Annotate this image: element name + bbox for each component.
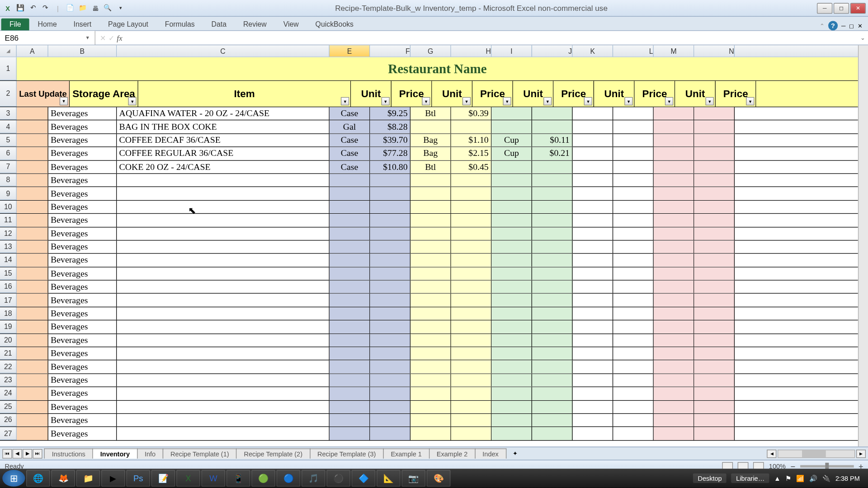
cell[interactable] xyxy=(117,361,330,373)
tray-clock[interactable]: 2:38 PM xyxy=(835,474,860,482)
cell[interactable] xyxy=(654,267,694,280)
cell[interactable] xyxy=(694,320,735,333)
cell[interactable] xyxy=(613,134,654,146)
cell[interactable]: $8.28 xyxy=(370,121,410,133)
cell[interactable]: Beverages xyxy=(48,294,117,306)
cell[interactable] xyxy=(573,121,613,133)
col-head-E[interactable]: E xyxy=(330,45,370,56)
sheet-tab-example-2[interactable]: Example 2 xyxy=(429,448,476,458)
col-head-A[interactable]: A xyxy=(17,45,48,56)
cell[interactable] xyxy=(654,320,694,333)
cell[interactable] xyxy=(491,414,532,427)
cell[interactable]: Beverages xyxy=(48,414,117,427)
cell[interactable] xyxy=(694,147,735,160)
ribbon-tab-view[interactable]: View xyxy=(275,19,307,30)
cell[interactable] xyxy=(17,294,48,306)
ribbon-collapse-icon[interactable]: ⌃ xyxy=(820,22,825,28)
cell[interactable] xyxy=(735,334,858,347)
cell[interactable] xyxy=(654,201,694,213)
col-head-B[interactable]: B xyxy=(48,45,117,56)
cell[interactable] xyxy=(654,387,694,400)
cell[interactable] xyxy=(330,201,370,213)
cell[interactable]: COKE 20 OZ - 24/CASE xyxy=(117,160,330,173)
cell[interactable] xyxy=(410,414,451,427)
print-icon[interactable]: 🖶 xyxy=(90,3,101,14)
cell[interactable]: Beverages xyxy=(48,174,117,187)
cell[interactable] xyxy=(735,307,858,320)
cell[interactable]: $1.10 xyxy=(451,134,492,146)
cell[interactable] xyxy=(613,227,654,240)
cell[interactable] xyxy=(613,427,654,440)
row-head[interactable]: 4 xyxy=(0,121,17,133)
cell[interactable] xyxy=(573,374,613,386)
cell[interactable] xyxy=(694,240,735,253)
cell[interactable] xyxy=(370,174,410,187)
ribbon-tab-data[interactable]: Data xyxy=(203,19,235,30)
cell[interactable]: Btl xyxy=(410,107,451,120)
cell[interactable] xyxy=(694,187,735,200)
cell[interactable]: Beverages xyxy=(48,160,117,173)
cell[interactable]: COFFEE DECAF 36/CASE xyxy=(117,134,330,146)
cell[interactable] xyxy=(117,347,330,360)
hdr-price-5[interactable]: Price▼ xyxy=(716,81,756,107)
cell[interactable] xyxy=(17,347,48,360)
hdr-price-4[interactable]: Price▼ xyxy=(635,81,675,107)
cell[interactable] xyxy=(451,334,492,347)
cell[interactable]: Beverages xyxy=(48,214,117,226)
cell[interactable] xyxy=(613,160,654,173)
cell[interactable] xyxy=(117,174,330,187)
cell[interactable]: Gal xyxy=(330,121,370,133)
preview-icon[interactable]: 🔍 xyxy=(103,3,113,14)
cell[interactable] xyxy=(330,294,370,306)
cell[interactable] xyxy=(451,121,492,133)
cell[interactable] xyxy=(370,281,410,293)
col-head-F[interactable]: F xyxy=(370,45,410,56)
tab-first-button[interactable]: ⏮ xyxy=(2,449,12,458)
cell[interactable] xyxy=(654,227,694,240)
cell[interactable]: Beverages xyxy=(48,227,117,240)
cell[interactable] xyxy=(370,240,410,253)
cell[interactable] xyxy=(532,201,573,213)
cell[interactable] xyxy=(117,214,330,226)
cell[interactable] xyxy=(573,320,613,333)
ribbon-tab-page-layout[interactable]: Page Layout xyxy=(100,19,157,30)
cell[interactable] xyxy=(573,361,613,373)
hdr-storage-area[interactable]: Storage Area▼ xyxy=(70,81,138,107)
cell[interactable] xyxy=(491,174,532,187)
cell[interactable] xyxy=(491,214,532,226)
filter-dropdown-icon[interactable]: ▼ xyxy=(624,97,632,105)
fx-icon[interactable]: fx xyxy=(117,33,122,42)
hdr-price-2[interactable]: Price▼ xyxy=(472,81,513,107)
cell[interactable] xyxy=(17,201,48,213)
task-app-icon[interactable]: 📱 xyxy=(226,470,250,487)
cell[interactable] xyxy=(491,281,532,293)
cell[interactable] xyxy=(694,414,735,427)
cell[interactable] xyxy=(735,107,858,120)
cell[interactable] xyxy=(330,414,370,427)
cell[interactable]: $0.21 xyxy=(532,147,573,160)
cell[interactable] xyxy=(654,160,694,173)
task-app4-icon[interactable]: 🔷 xyxy=(352,470,376,487)
hscroll-right-button[interactable]: ▶ xyxy=(856,449,866,457)
cell[interactable] xyxy=(17,374,48,386)
tray-expand-icon[interactable]: ▲ xyxy=(774,474,780,482)
cell[interactable] xyxy=(573,254,613,267)
name-box-input[interactable] xyxy=(5,33,85,42)
cell[interactable] xyxy=(17,361,48,373)
cell[interactable] xyxy=(735,187,858,200)
hdr-last-update[interactable]: Last Update▼ xyxy=(17,81,70,107)
row-head[interactable]: 15 xyxy=(0,267,17,280)
cell[interactable]: Btl xyxy=(410,160,451,173)
cell[interactable] xyxy=(613,400,654,413)
redo-icon[interactable]: ↷ xyxy=(40,3,51,14)
cell[interactable] xyxy=(370,227,410,240)
cell[interactable] xyxy=(370,334,410,347)
cell[interactable]: Beverages xyxy=(48,387,117,400)
cell[interactable] xyxy=(17,414,48,427)
cell[interactable] xyxy=(532,174,573,187)
cell[interactable] xyxy=(491,387,532,400)
cell[interactable] xyxy=(370,347,410,360)
cell[interactable]: Beverages xyxy=(48,240,117,253)
row-head[interactable]: 3 xyxy=(0,107,17,120)
cell[interactable]: Beverages xyxy=(48,334,117,347)
